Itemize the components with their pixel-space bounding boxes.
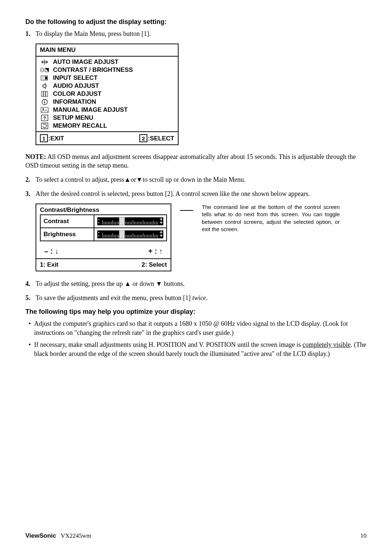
color-adjust-icon [40, 90, 49, 98]
menu-item-setup-menu: ? SETUP MENU [40, 114, 174, 122]
note-paragraph: NOTE: All OSD menus and adjustment scree… [25, 152, 367, 170]
setup-menu-icon: ? [40, 114, 49, 122]
menu-item-label: COLOR ADJUST [53, 90, 102, 98]
menu-item-label: CONTRAST / BRIGHTNESS [53, 66, 133, 74]
step-number: 5. [25, 294, 36, 303]
menu-item-label: MANUAL IMAGE ADJUST [53, 106, 128, 114]
main-menu-footer: 1:EXIT 2:SELECT [36, 131, 178, 144]
main-menu-panel: MAIN MENU AUTO IMAGE ADJUST CONTRAST / B… [36, 44, 179, 145]
section-heading: Do the following to adjust the display s… [25, 18, 367, 26]
step-number: 2. [25, 175, 36, 184]
memory-recall-icon [40, 122, 49, 130]
footer-select: 2: Select [142, 261, 167, 268]
menu-item-manual-image-adjust: MANUAL IMAGE ADJUST [40, 106, 174, 114]
contrast-label: Contrast [40, 215, 94, 228]
svg-rect-5 [44, 91, 45, 97]
control-panel-footer: 1: Exit 2: Select [36, 258, 171, 271]
menu-item-auto-image-adjust: AUTO IMAGE ADJUST [40, 58, 174, 66]
increase-hint: + : ↑ [148, 247, 163, 255]
callout-text: The command line at the bottom of the co… [202, 204, 340, 233]
footer-exit: 1: Exit [40, 261, 58, 268]
step-5: 5. To save the adjustments and exit the … [25, 294, 367, 303]
tip-item: • Adjust the computer's graphics card so… [25, 319, 367, 337]
step-text: After the desired control is selected, p… [36, 189, 367, 198]
footer-model: VX2245wm [61, 532, 91, 539]
svg-point-0 [41, 69, 44, 71]
decrease-hint: – : ↓ [44, 247, 58, 255]
down-arrow-icon: ↓ [55, 247, 58, 255]
page-number: 10 [360, 532, 367, 539]
callout-leader-line [180, 210, 193, 211]
step-number: 3. [25, 189, 36, 198]
control-panel-title: Contrast/Brightness [36, 204, 171, 214]
brightness-slider: -- ++ [94, 228, 167, 241]
tip-text: Adjust the computer's graphics card so t… [34, 319, 367, 337]
input-select-icon [40, 74, 49, 82]
information-icon [40, 98, 49, 106]
exit-label: :EXIT [48, 135, 64, 142]
svg-point-11 [42, 108, 44, 110]
main-menu-title: MAIN MENU [36, 44, 178, 57]
control-panel: Contrast/Brightness Contrast -- ++ [36, 204, 171, 271]
auto-image-adjust-icon [40, 58, 49, 66]
menu-item-label: MEMORY RECALL [53, 122, 107, 130]
svg-rect-3 [45, 77, 47, 79]
select-label: :SELECT [148, 135, 174, 142]
footer-brand: ViewSonic [25, 532, 56, 539]
step-text: To adjust the setting, press the up ▲ or… [36, 279, 367, 288]
tip-text: If necessary, make small adjustments usi… [34, 340, 367, 358]
menu-item-label: SETUP MENU [53, 114, 93, 122]
bullet-icon: • [25, 319, 34, 337]
svg-rect-9 [44, 102, 45, 103]
page-footer: ViewSonic VX2245wm 10 [25, 532, 367, 539]
step-text: To select a control to adjust, press▲or▼… [36, 175, 367, 184]
step-number: 4. [25, 279, 36, 288]
step-3: 3. After the desired control is selected… [25, 189, 367, 198]
menu-item-label: AUDIO ADJUST [53, 82, 99, 90]
step-2: 2. To select a control to adjust, press▲… [25, 175, 367, 184]
menu-item-audio-adjust: AUDIO ADJUST [40, 82, 174, 90]
step-number: 1. [25, 29, 36, 38]
menu-item-input-select: INPUT SELECT [40, 74, 174, 82]
svg-point-8 [44, 100, 45, 101]
svg-rect-4 [41, 91, 43, 97]
section-heading: The following tips may help you optimize… [25, 308, 367, 316]
svg-rect-6 [46, 91, 48, 97]
manual-image-adjust-icon [40, 106, 49, 114]
svg-text:?: ? [43, 115, 46, 121]
key-2-icon: 2 [139, 134, 147, 142]
step-4: 4. To adjust the setting, press the up ▲… [25, 279, 367, 288]
contrast-slider: -- ++ [94, 215, 167, 228]
step-1: 1. To display the Main Menu, press butto… [25, 29, 367, 38]
key-1-icon: 1 [40, 134, 48, 142]
audio-adjust-icon [40, 82, 49, 90]
menu-item-color-adjust: COLOR ADJUST [40, 90, 174, 98]
brightness-label: Brightness [40, 228, 94, 241]
menu-item-label: AUTO IMAGE ADJUST [53, 58, 118, 66]
menu-item-memory-recall: MEMORY RECALL [40, 122, 174, 130]
step-text: To display the Main Menu, press button [… [36, 29, 367, 38]
menu-item-label: INPUT SELECT [53, 74, 98, 82]
step-text: To save the adjustments and exit the men… [36, 294, 367, 303]
menu-item-label: INFORMATION [53, 98, 96, 106]
svg-rect-10 [41, 107, 48, 112]
note-label: NOTE: [25, 153, 46, 160]
tip-item: • If necessary, make small adjustments u… [25, 340, 367, 358]
menu-item-information: INFORMATION [40, 98, 174, 106]
bullet-icon: • [25, 340, 34, 358]
menu-item-contrast-brightness: CONTRAST / BRIGHTNESS [40, 66, 174, 74]
up-arrow-icon: ↑ [159, 247, 163, 255]
note-text: All OSD menus and adjustment screens dis… [25, 153, 356, 169]
contrast-brightness-icon [40, 66, 49, 74]
